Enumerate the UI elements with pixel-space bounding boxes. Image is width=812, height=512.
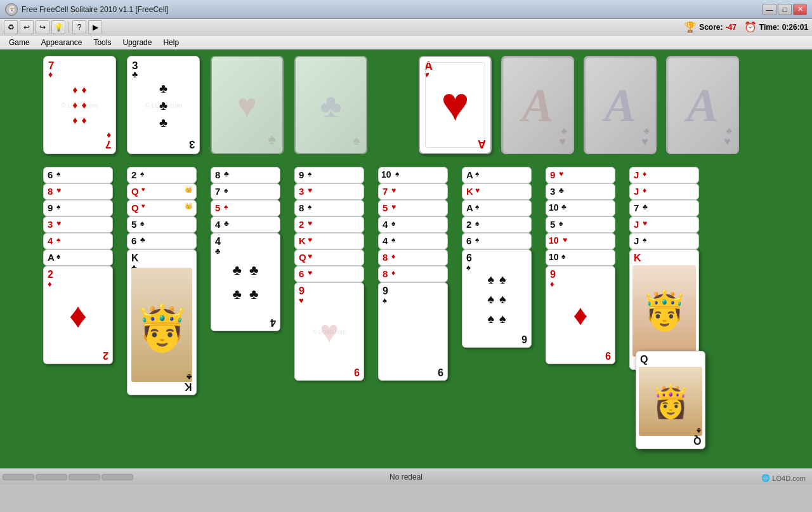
card-4-4[interactable]: 2 ♥: [294, 216, 364, 233]
card-3-4[interactable]: 4 ♣: [211, 216, 280, 233]
toolbar-icon-2[interactable]: ↩: [20, 20, 34, 34]
card-5-1[interactable]: 10 ♠: [378, 167, 448, 183]
time-display: ⏰ Time: 0:26:01: [744, 21, 808, 33]
titlebar-left: 🃏 Free FreeCell Solitaire 2010 v1.1 [Fre…: [5, 3, 168, 16]
score-label: Score:: [699, 23, 723, 32]
menu-appearance[interactable]: Appearance: [36, 37, 88, 48]
card-6-2[interactable]: K ♥: [462, 183, 532, 200]
card-4-8[interactable]: 9 ♥ ♥ 9 © LO4D.com: [294, 282, 364, 381]
card-4-1[interactable]: 9 ♠: [294, 167, 364, 183]
foundation-4[interactable]: A ♥ ♣: [666, 56, 739, 154]
titlebar: 🃏 Free FreeCell Solitaire 2010 v1.1 [Fre…: [0, 0, 812, 19]
card-1-2[interactable]: 8 ♥: [43, 183, 113, 200]
foundation-1[interactable]: A ♥ ♥ A: [419, 56, 492, 154]
card-1-5[interactable]: 4 ♠: [43, 233, 113, 249]
freecell-4[interactable]: ♣ ♠: [294, 56, 367, 154]
card-suit-top: ♦: [48, 69, 53, 79]
scrollbar-2[interactable]: [36, 474, 67, 480]
score-area: 🏆 Score: -47 ⏰ Time: 0:26:01: [684, 21, 808, 33]
card-3-3[interactable]: 5 ♠: [211, 200, 280, 216]
card-6-1[interactable]: A ♠: [462, 167, 532, 183]
card-5-4[interactable]: 4 ♠: [378, 216, 448, 233]
card-6-4[interactable]: 2 ♠: [462, 216, 532, 233]
menu-help[interactable]: Help: [158, 37, 184, 48]
card-4-2[interactable]: 3 ♥: [294, 183, 364, 200]
card-7-4[interactable]: 5 ♠: [546, 216, 615, 233]
app-icon: 🃏: [5, 3, 18, 16]
card-5-6[interactable]: 8 ♦: [378, 249, 448, 266]
card-1-4[interactable]: 3 ♥: [43, 216, 113, 233]
card-8-4[interactable]: J ♥: [629, 216, 699, 233]
card-2-5[interactable]: 6 ♣: [127, 233, 197, 249]
card-7-6[interactable]: 10 ♠: [546, 249, 615, 266]
card-7-5[interactable]: 10 ♥: [546, 233, 615, 249]
card-5-2[interactable]: 7 ♥: [378, 183, 448, 200]
card-8-5[interactable]: J ♠: [629, 233, 699, 249]
scrollbar-4[interactable]: [102, 474, 133, 480]
maximize-button[interactable]: □: [778, 4, 792, 15]
card-2-4[interactable]: 5 ♠: [127, 216, 197, 233]
close-button[interactable]: ✕: [793, 4, 807, 15]
card-6-5[interactable]: 6 ♠: [462, 233, 532, 249]
toolbar-icon-6[interactable]: ▶: [88, 20, 102, 34]
card-1-3[interactable]: 9 ♠: [43, 200, 113, 216]
freecell-3[interactable]: ♥ ♠: [211, 56, 284, 154]
card-7-1[interactable]: 9 ♥: [546, 167, 615, 183]
menubar: Game Appearance Tools Upgrade Help: [0, 36, 812, 49]
card-6-3[interactable]: A ♠: [462, 200, 532, 216]
toolbar: ♻ ↩ ↪ 💡 ? ▶ 🏆 Score: -47 ⏰ Time: 0:26:01: [0, 19, 812, 36]
card-1-7[interactable]: 2 ♦ ♦ 2: [43, 266, 113, 364]
toolbar-icon-1[interactable]: ♻: [4, 20, 18, 34]
scrollbar-3[interactable]: [69, 474, 100, 480]
card-5-8[interactable]: 9 ♠ 9: [378, 282, 448, 381]
scrollbar-area: [3, 474, 133, 480]
card-8-2[interactable]: J ♦: [629, 183, 699, 200]
card-4-7[interactable]: 6 ♥: [294, 266, 364, 282]
menu-upgrade[interactable]: Upgrade: [117, 37, 157, 48]
score-icon: 🏆: [684, 21, 697, 33]
card-5-5[interactable]: 4 ♠: [378, 233, 448, 249]
card-8-1[interactable]: J ♦: [629, 167, 699, 183]
card-2-3[interactable]: Q ♥ 👑: [127, 200, 197, 216]
toolbar-icon-3[interactable]: ↪: [36, 20, 49, 34]
freecell-2[interactable]: 3 ♣ ♣ ♣ ♣ 3 © LO4D.com: [127, 56, 200, 154]
score-value: -47: [725, 23, 736, 32]
time-label: Time:: [759, 23, 780, 32]
card-4-3[interactable]: 8 ♠: [294, 200, 364, 216]
statusbar: No redeal 🌐 LO4D.com: [0, 468, 812, 485]
card-1-6[interactable]: A ♠: [43, 249, 113, 266]
card-4-6[interactable]: Q ♥: [294, 249, 364, 266]
menu-tools[interactable]: Tools: [88, 37, 116, 48]
card-2-2[interactable]: Q ♥ 👑: [127, 183, 197, 200]
card-7-3[interactable]: 10 ♣: [546, 200, 615, 216]
card-4-5[interactable]: K ♥: [294, 233, 364, 249]
foundation-3[interactable]: A ♥ ♣: [584, 56, 657, 154]
card-6-6[interactable]: 6 ♠ ♠ ♠ ♠ ♠ ♠ ♠ 6: [462, 249, 532, 348]
menu-game[interactable]: Game: [4, 37, 35, 48]
card-2-1[interactable]: 2 ♠: [127, 167, 197, 183]
card-2-6[interactable]: K ♣ 🤴 K ♣: [127, 249, 197, 395]
freecell-1[interactable]: 7 ♦ ♦ ♦ ♦ ♦ ♦ ♦ 7 ♦ © LO4D.com: [43, 56, 116, 154]
card-3-5[interactable]: 4 ♣ ♣ ♣ ♣ ♣ 4: [211, 233, 280, 331]
card-3-1[interactable]: 8 ♣: [211, 167, 280, 183]
foundation-2[interactable]: A ♥ ♣: [501, 56, 574, 154]
scrollbar-1[interactable]: [3, 474, 34, 480]
toolbar-separator: [69, 22, 69, 33]
card-7-7[interactable]: 9 ♦ ♦ 9: [546, 266, 615, 364]
window-controls[interactable]: — □ ✕: [763, 4, 807, 15]
minimize-button[interactable]: —: [763, 4, 776, 15]
toolbar-icon-4[interactable]: 💡: [51, 20, 65, 34]
game-area[interactable]: 7 ♦ ♦ ♦ ♦ ♦ ♦ ♦ 7 ♦ © LO4D.com 3 ♣ ♣ ♣ ♣…: [0, 49, 812, 468]
status-text: No redeal: [390, 473, 422, 482]
card-3-2[interactable]: 7 ♠: [211, 183, 280, 200]
card-8-7[interactable]: Q ♠ 👸 Q ♠: [636, 351, 705, 449]
card-5-3[interactable]: 5 ♥: [378, 200, 448, 216]
card-8-3[interactable]: 7 ♣: [629, 200, 699, 216]
card-7-2[interactable]: 3 ♣: [546, 183, 615, 200]
toolbar-icon-5[interactable]: ?: [72, 20, 86, 34]
card-1-1[interactable]: 6 ♠: [43, 167, 113, 183]
score-display: 🏆 Score: -47: [684, 21, 737, 33]
card-pips: ♦ ♦ ♦ ♦ ♦ ♦: [66, 78, 93, 133]
window-title: Free FreeCell Solitaire 2010 v1.1 [FreeC…: [22, 5, 168, 14]
card-5-7[interactable]: 8 ♦: [378, 266, 448, 282]
